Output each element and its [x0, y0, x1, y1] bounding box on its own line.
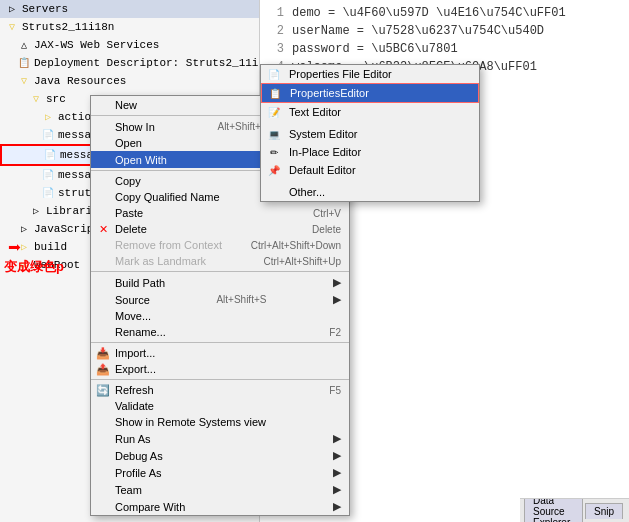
folder-icon: ▽	[16, 73, 32, 89]
menu-item-profile-as[interactable]: Profile As ▶	[91, 464, 349, 481]
deploy-icon: 📋	[16, 55, 32, 71]
expand-icon: ▷	[4, 1, 20, 17]
submenu-arrow: ▶	[333, 293, 341, 306]
submenu-arrow: ▶	[333, 449, 341, 462]
menu-separator	[91, 271, 349, 272]
shortcut: Ctrl+Alt+Shift+Down	[251, 240, 341, 251]
code-content: demo = \u4F60\u597D \u4E16\u754C\uFF01	[292, 5, 566, 21]
menu-item-team[interactable]: Team ▶	[91, 481, 349, 498]
submenu-item-text-editor[interactable]: 📝 Text Editor	[261, 103, 479, 121]
prop-file-icon: 📄	[265, 67, 283, 81]
shortcut: F5	[329, 385, 341, 396]
submenu-item-default-editor[interactable]: 📌 Default Editor	[261, 161, 479, 179]
tree-label: Servers	[22, 3, 68, 15]
tree-item-servers[interactable]: ▷ Servers	[0, 0, 259, 18]
properties-icon: 📋	[266, 86, 284, 100]
properties-icon: 📄	[40, 167, 56, 183]
service-icon: △	[16, 37, 32, 53]
folder-icon: ▽	[4, 19, 20, 35]
tree-label: Struts2_11i18n	[22, 21, 114, 33]
tree-item-java-resources[interactable]: ▽ Java Resources	[0, 72, 259, 90]
menu-item-delete[interactable]: ✕ Delete Delete	[91, 221, 349, 237]
submenu-item-properties-editor[interactable]: 📋 PropertiesEditor	[261, 83, 479, 103]
code-content: password = \u5BC6\u7801	[292, 41, 458, 57]
tree-label: build	[34, 241, 67, 253]
shortcut: F2	[329, 327, 341, 338]
submenu-arrow: ▶	[333, 432, 341, 445]
delete-icon: ✕	[95, 221, 111, 237]
menu-item-export[interactable]: 📤 Export...	[91, 361, 349, 377]
text-editor-icon: 📝	[265, 105, 283, 119]
tab-snip[interactable]: Snip	[585, 503, 623, 519]
line-number: 2	[264, 23, 284, 39]
shortcut: Delete	[312, 224, 341, 235]
in-place-icon: ✏	[265, 145, 283, 159]
menu-item-show-remote[interactable]: Show in Remote Systems view	[91, 414, 349, 430]
menu-item-rename[interactable]: Rename... F2	[91, 324, 349, 340]
tree-label: Java Resources	[34, 75, 126, 87]
submenu-item-other[interactable]: Other...	[261, 183, 479, 201]
default-icon: 📌	[265, 163, 283, 177]
submenu-item-prop-file-editor[interactable]: 📄 Properties File Editor	[261, 65, 479, 83]
menu-item-refresh[interactable]: 🔄 Refresh F5	[91, 382, 349, 398]
export-icon: 📤	[95, 361, 111, 377]
menu-item-source[interactable]: Source Alt+Shift+S ▶	[91, 291, 349, 308]
tree-label: src	[46, 93, 66, 105]
tab-data-source-explorer[interactable]: Data Source Explorer	[524, 498, 583, 522]
tree-item-struts2[interactable]: ▽ Struts2_11i18n	[0, 18, 259, 36]
menu-separator	[91, 379, 349, 380]
menu-item-build-path[interactable]: Build Path ▶	[91, 274, 349, 291]
xml-icon: 📄	[40, 185, 56, 201]
submenu-item-in-place-editor[interactable]: ✏ In-Place Editor	[261, 143, 479, 161]
folder-icon: ▽	[28, 91, 44, 107]
submenu-arrow: ▶	[333, 483, 341, 496]
menu-item-compare[interactable]: Compare With ▶	[91, 498, 349, 515]
annotation-text: 变成绿色p	[4, 258, 64, 276]
code-content: userName = \u7528\u6237\u754C\u540D	[292, 23, 544, 39]
refresh-icon: 🔄	[95, 382, 111, 398]
code-line-1: 1 demo = \u4F60\u597D \u4E16\u754C\uFF01	[260, 4, 629, 22]
menu-separator	[91, 342, 349, 343]
menu-item-validate[interactable]: Validate	[91, 398, 349, 414]
import-icon: 📥	[95, 345, 111, 361]
line-number: 3	[264, 41, 284, 57]
properties-icon: 📄	[42, 147, 58, 163]
lib-icon: ▷	[28, 203, 44, 219]
tree-label: Deployment Descriptor: Struts2_11i18n	[34, 57, 260, 69]
shortcut: Ctrl+Alt+Shift+Up	[263, 256, 341, 267]
menu-item-debug-as[interactable]: Debug As ▶	[91, 447, 349, 464]
open-with-submenu: 📄 Properties File Editor 📋 PropertiesEdi…	[260, 64, 480, 202]
submenu-arrow: ▶	[333, 500, 341, 513]
bottom-tab-bar: Data Source Explorer Snip	[520, 498, 629, 522]
shortcut: Ctrl+V	[313, 208, 341, 219]
code-line-3: 3 password = \u5BC6\u7801	[260, 40, 629, 58]
code-line-2: 2 userName = \u7528\u6237\u754C\u540D	[260, 22, 629, 40]
tree-item-deploy[interactable]: 📋 Deployment Descriptor: Struts2_11i18n	[0, 54, 259, 72]
menu-item-import[interactable]: 📥 Import...	[91, 345, 349, 361]
submenu-arrow: ▶	[333, 276, 341, 289]
menu-item-remove-context[interactable]: Remove from Context Ctrl+Alt+Shift+Down	[91, 237, 349, 253]
tree-label: JAX-WS Web Services	[34, 39, 159, 51]
submenu-item-system-editor[interactable]: 💻 System Editor	[261, 125, 479, 143]
properties-icon: 📄	[40, 127, 56, 143]
folder-icon: ▷	[40, 109, 56, 125]
menu-item-run-as[interactable]: Run As ▶	[91, 430, 349, 447]
submenu-arrow: ▶	[333, 466, 341, 479]
tree-item-jaxws[interactable]: △ JAX-WS Web Services	[0, 36, 259, 54]
menu-item-move[interactable]: Move...	[91, 308, 349, 324]
system-icon: 💻	[265, 127, 283, 141]
menu-item-paste[interactable]: Paste Ctrl+V	[91, 205, 349, 221]
line-number: 1	[264, 5, 284, 21]
menu-item-mark-landmark[interactable]: Mark as Landmark Ctrl+Alt+Shift+Up	[91, 253, 349, 269]
shortcut: Alt+Shift+S	[216, 294, 266, 305]
